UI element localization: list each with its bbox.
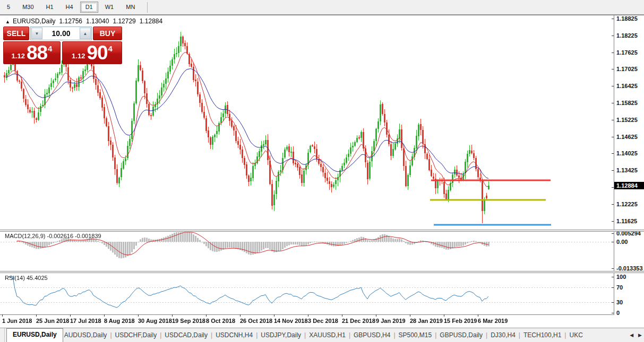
tab-separator: | xyxy=(433,329,439,342)
tab-separator: | xyxy=(391,329,397,342)
date-axis-label: 6 Mar 2019 xyxy=(478,318,508,324)
date-axis-label: 8 Oct 2018 xyxy=(206,318,235,324)
tf-button-mn[interactable]: MN xyxy=(121,2,140,13)
date-axis-label: 26 Oct 2018 xyxy=(240,318,272,324)
symbol-title: EURUSD,Daily xyxy=(13,17,56,25)
price-axis-label: 1.12225 xyxy=(616,201,638,207)
symbol-tab-gbpusd-daily[interactable]: GBPUSD,Daily xyxy=(439,329,484,342)
macd-indicator-label: MACD(12,26,9) -0.002616 -0.001839 xyxy=(5,233,101,239)
tf-button-h4[interactable]: H4 xyxy=(61,2,79,13)
tab-separator: | xyxy=(158,329,164,342)
collapse-chart-icon[interactable]: ▲ xyxy=(5,19,10,24)
date-axis-label: 21 Dec 2018 xyxy=(342,318,375,324)
price-axis-label: 1.15825 xyxy=(616,100,638,106)
tab-separator: | xyxy=(562,329,568,342)
tab-separator: | xyxy=(484,329,490,342)
rsi-axis-label: 100 xyxy=(616,274,626,280)
rsi-indicator-label: RSI(14) 45.4025 xyxy=(5,275,48,281)
symbol-tab-bar: EURUSD,DailyAUDUSD,Daily|USDCHF,Daily|US… xyxy=(0,328,644,342)
symbol-tab-ukc[interactable]: UKC xyxy=(568,329,583,342)
date-axis-label: 17 Jul 2018 xyxy=(70,318,101,324)
price-axis-label: 1.11625 xyxy=(616,218,637,224)
sell-price-panel[interactable]: 1.12 88 4 xyxy=(3,41,61,64)
ohlc-open: 1.12756 xyxy=(59,17,82,25)
symbol-tab-usdjpy-daily[interactable]: USDJPY,Daily xyxy=(260,329,302,342)
tf-button-h1[interactable]: H1 xyxy=(41,2,59,13)
sell-price-pip: 4 xyxy=(48,44,52,53)
current-price-badge: 1.12884 xyxy=(614,182,644,189)
date-axis-label: 14 Nov 2018 xyxy=(274,318,308,324)
tabbar-grip xyxy=(0,328,5,342)
symbol-tab-xauusd-h1[interactable]: XAUUSD,H1 xyxy=(308,329,347,342)
price-axis-label: 1.18225 xyxy=(616,32,638,39)
tab-strip: EURUSD,DailyAUDUSD,Daily|USDCHF,Daily|US… xyxy=(5,328,625,342)
timeframe-toolbar: 5M30H1H4D1W1MN xyxy=(0,0,644,15)
buy-price-pip: 4 xyxy=(108,44,113,53)
buy-price-prefix: 1.12 xyxy=(72,52,85,60)
price-axis-label: 1.16425 xyxy=(616,83,638,89)
date-axis-label: 1 Jun 2018 xyxy=(2,318,32,324)
rsi-axis-label: 0 xyxy=(616,310,620,316)
tab-separator: | xyxy=(347,329,353,342)
pane-separator-macd[interactable] xyxy=(0,230,644,232)
rsi-axis-label: 30 xyxy=(616,299,623,305)
date-axis-label: 9 Jan 2019 xyxy=(376,318,406,324)
macd-axis-label: 0.00 xyxy=(616,239,628,245)
symbol-tab-usdcad-daily[interactable]: USDCAD,Daily xyxy=(164,329,209,342)
symbol-tab-gbpusd-h4[interactable]: GBPUSD,H4 xyxy=(353,329,391,342)
sell-price-big: 88 xyxy=(27,43,47,63)
tf-button-w1[interactable]: W1 xyxy=(100,2,119,13)
ohlc-low: 1.12729 xyxy=(113,17,135,25)
price-axis-label: 1.17025 xyxy=(616,66,638,72)
tab-separator: | xyxy=(209,329,214,342)
price-axis-label: 1.14025 xyxy=(616,150,638,156)
price-axis-label: 1.17625 xyxy=(616,49,638,56)
tf-button-m30[interactable]: M30 xyxy=(17,2,39,13)
tab-scroll-left-icon[interactable]: ◀ xyxy=(630,332,633,338)
price-axis-label: 1.15225 xyxy=(616,117,638,123)
tab-scroll-right-icon[interactable]: ▶ xyxy=(638,332,642,338)
symbol-tab-dj30-h4[interactable]: DJ30,H4 xyxy=(490,329,517,342)
symbol-tab-usdcnh-h4[interactable]: USDCNH,H4 xyxy=(214,329,254,342)
sell-price-prefix: 1.12 xyxy=(12,52,25,60)
date-axis-label: 3 Dec 2018 xyxy=(308,318,338,324)
ohlc-high: 1.13040 xyxy=(86,17,109,25)
one-click-trading-panel: SELL ▼ ▲ BUY 1.12 88 4 1.12 90 4 xyxy=(3,27,122,64)
date-axis-label: 28 Jan 2019 xyxy=(410,318,443,324)
buy-button[interactable]: BUY xyxy=(93,27,122,40)
tab-separator: | xyxy=(302,329,308,342)
sell-button[interactable]: SELL xyxy=(3,27,29,40)
symbol-info-line: ▲EURUSD,Daily1.127561.130401.127291.1288… xyxy=(5,17,162,25)
tab-separator: | xyxy=(517,329,522,342)
symbol-tab-usdchf-daily[interactable]: USDCHF,Daily xyxy=(114,329,158,342)
tab-separator: | xyxy=(108,329,114,342)
price-axis-label: 1.13425 xyxy=(616,167,638,173)
symbol-tab-tech100-h1[interactable]: TECH100,H1 xyxy=(522,329,562,342)
date-axis-label: 19 Sep 2018 xyxy=(172,318,205,324)
chart-area: ▲EURUSD,Daily1.127561.130401.127291.1288… xyxy=(0,15,644,328)
date-axis-label: 30 Aug 2018 xyxy=(138,318,172,324)
volume-decrease-icon[interactable]: ▼ xyxy=(31,28,42,39)
tf-button-d1[interactable]: D1 xyxy=(80,2,98,13)
tab-separator: | xyxy=(254,329,260,342)
buy-price-big: 90 xyxy=(87,43,107,63)
price-axis-label: 1.18825 xyxy=(616,15,638,22)
volume-input[interactable] xyxy=(43,27,79,40)
price-axis-label: 1.14625 xyxy=(616,134,638,140)
toolbar-separator xyxy=(147,2,148,13)
tf-button-5[interactable]: 5 xyxy=(2,2,15,13)
volume-increase-icon[interactable]: ▲ xyxy=(80,28,91,39)
date-axis-label: 8 Aug 2018 xyxy=(104,318,135,324)
trading-terminal-window: 5M30H1H4D1W1MN ▲EURUSD,Daily1.127561.130… xyxy=(0,0,644,342)
buy-price-panel[interactable]: 1.12 90 4 xyxy=(62,41,122,64)
date-axis-label: 25 Jun 2018 xyxy=(36,318,69,324)
ohlc-close: 1.12884 xyxy=(140,17,162,25)
symbol-tab-sp500-m15[interactable]: SP500,M15 xyxy=(398,329,433,342)
pane-separator-rsi[interactable] xyxy=(0,271,644,273)
symbol-tab-audusd-daily[interactable]: AUDUSD,Daily xyxy=(63,329,108,342)
date-axis-label: 15 Feb 2019 xyxy=(444,318,477,324)
symbol-tab-eurusd-daily[interactable]: EURUSD,Daily xyxy=(6,328,63,342)
rsi-axis-label: 70 xyxy=(616,284,623,291)
volume-stepper: ▼ ▲ xyxy=(30,27,92,40)
